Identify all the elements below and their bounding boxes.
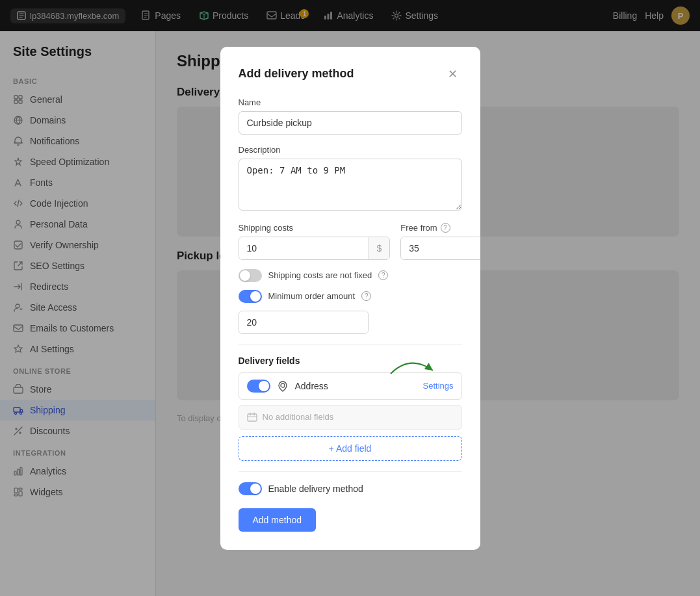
name-label: Name [239, 97, 462, 107]
shipping-costs-label: Shipping costs [239, 223, 294, 233]
svg-rect-28 [248, 414, 257, 421]
toggle-min-order[interactable] [239, 290, 262, 303]
name-input[interactable] [239, 111, 462, 135]
toggle-min-order-label: Minimum order amount [268, 291, 356, 301]
description-field-group: Description Open: 7 AM to 9 PM [239, 145, 462, 213]
free-from-help-icon[interactable]: ? [441, 223, 450, 233]
modal-close-button[interactable]: ✕ [444, 65, 462, 83]
delivery-fields-section: Delivery fields Address Settings [239, 356, 462, 461]
address-icon [277, 380, 289, 392]
toggle-not-fixed-help[interactable]: ? [378, 270, 388, 280]
toggle-min-order-help[interactable]: ? [361, 291, 371, 301]
free-from-label-row: Free from ? [400, 223, 480, 233]
toggle-address[interactable] [247, 380, 270, 393]
calendar-icon [247, 412, 257, 422]
description-label: Description [239, 145, 462, 155]
toggle-not-fixed[interactable] [239, 269, 262, 282]
enable-label: Enable delivery method [268, 484, 363, 494]
toggle-not-fixed-label: Shipping costs are not fixed [268, 270, 372, 280]
address-field-row: Address Settings [239, 372, 462, 400]
min-order-input-group: $ [239, 311, 462, 334]
add-method-label: Add method [253, 515, 302, 525]
shipping-costs-input-group: $ [239, 237, 391, 260]
free-from-col: Free from ? $ [400, 223, 480, 260]
free-from-input[interactable] [401, 237, 480, 259]
no-additional-label: No additional fields [263, 412, 334, 422]
add-delivery-method-modal: Add delivery method ✕ Name Description O… [220, 47, 480, 550]
free-from-input-group: $ [400, 237, 480, 260]
divider-2 [239, 471, 462, 472]
delivery-fields-label: Delivery fields [239, 356, 300, 366]
shipping-costs-col: Shipping costs $ [239, 223, 391, 260]
toggle-min-order-row: Minimum order amount ? [239, 290, 462, 303]
shipping-costs-input[interactable] [239, 237, 369, 259]
modal-title: Add delivery method [239, 67, 354, 81]
shipping-costs-label-row: Shipping costs [239, 223, 391, 233]
add-method-button[interactable]: Add method [239, 508, 317, 532]
modal-overlay: Add delivery method ✕ Name Description O… [0, 0, 700, 596]
address-label: Address [295, 381, 417, 391]
name-field-group: Name [239, 97, 462, 135]
no-additional-fields: No additional fields [239, 405, 462, 430]
toggle-not-fixed-row: Shipping costs are not fixed ? [239, 269, 462, 282]
costs-row: Shipping costs $ Free from ? $ [239, 223, 462, 260]
add-field-label: + Add field [329, 443, 372, 454]
add-field-button[interactable]: + Add field [239, 436, 462, 461]
svg-point-27 [281, 383, 285, 387]
description-input[interactable]: Open: 7 AM to 9 PM [239, 159, 462, 211]
toggle-enable-delivery[interactable] [239, 482, 262, 495]
shipping-costs-suffix: $ [369, 237, 390, 259]
modal-header: Add delivery method ✕ [239, 65, 462, 83]
settings-link[interactable]: Settings [423, 381, 454, 391]
min-order-input-suffix: $ [239, 311, 369, 334]
enable-row: Enable delivery method [239, 482, 462, 495]
free-from-label: Free from [400, 223, 437, 233]
min-order-input[interactable] [239, 311, 369, 333]
delivery-fields-header: Delivery fields [239, 356, 462, 366]
address-annotation-wrapper: Address Settings [239, 372, 462, 400]
divider-1 [239, 344, 462, 345]
